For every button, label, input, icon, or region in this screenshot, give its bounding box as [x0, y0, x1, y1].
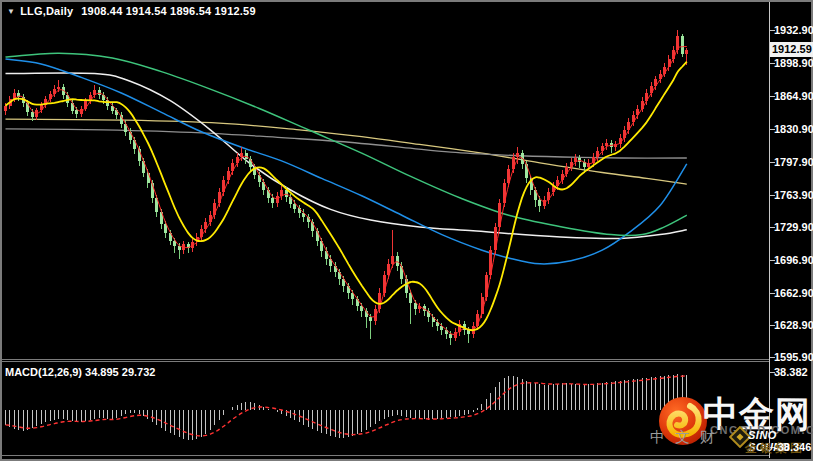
current-price-box: 1912.59	[770, 42, 813, 57]
price-axis-label: 1662.90	[774, 287, 813, 299]
price-axis-label: 1729.90	[774, 221, 813, 233]
panel-frame	[1, 1, 812, 460]
chevron-down-icon[interactable]: ▼	[7, 7, 15, 16]
price-axis-label: 1830.90	[774, 123, 813, 135]
macd-axis-top-label: 38.382	[774, 366, 808, 378]
price-axis-label: 1898.90	[774, 57, 813, 69]
ohlc-values: 1908.44 1914.54 1896.54 1912.59	[81, 5, 255, 17]
candles-layer	[4, 30, 688, 345]
window-frame	[1, 1, 812, 460]
price-axis-label: 1595.90	[774, 351, 813, 363]
price-axis-label: 1696.90	[774, 254, 813, 266]
price-axis-label: 1932.90	[774, 24, 813, 36]
chart-title-bar: ▼LLG,Daily1908.44 1914.54 1896.54 1912.5…	[7, 5, 256, 17]
price-axis-label: 1797.90	[774, 156, 813, 168]
price-axis-label: 1628.90	[774, 319, 813, 331]
ma-red-fast-line	[6, 47, 687, 335]
price-axis-label: 1763.90	[774, 189, 813, 201]
ma-khaki-line	[6, 119, 687, 184]
symbol-period-label: LLG,Daily	[20, 5, 73, 17]
macd-indicator-label: MACD(12,26,9) 34.895 29.732	[5, 366, 155, 378]
ma-yellow-line	[6, 62, 687, 331]
price-axis-label: 1864.90	[774, 90, 813, 102]
ma-gray-line	[6, 129, 687, 158]
chart-canvas[interactable]	[0, 0, 813, 461]
ma-green-line	[6, 53, 687, 235]
macd-axis-bottom-label: -38.346	[774, 441, 811, 453]
mt4-chart-window: ▼LLG,Daily1908.44 1914.54 1896.54 1912.5…	[0, 0, 813, 461]
